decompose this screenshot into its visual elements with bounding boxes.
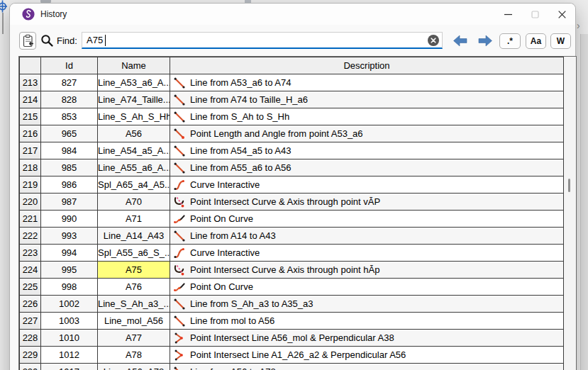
cell-name[interactable]: Line_A55_a6_A... bbox=[98, 159, 170, 176]
cell-name[interactable]: Line_A56_A78 bbox=[98, 364, 170, 370]
cell-id[interactable]: 995 bbox=[41, 262, 98, 279]
cell-name[interactable]: Line_A74_Taille... bbox=[98, 91, 170, 108]
cell-description[interactable]: Point Intersect Curve & Axis through poi… bbox=[170, 194, 564, 211]
clear-search-icon[interactable] bbox=[428, 35, 439, 46]
table-row[interactable]: 223 994 Spl_A55_a6_S_... Curve Interacti… bbox=[20, 245, 564, 262]
table-row[interactable]: 222 993 Line_A14_A43 Line from A14 to A4… bbox=[20, 228, 564, 245]
find-previous-button[interactable] bbox=[453, 35, 467, 47]
table-row[interactable]: 220 987 A70 Point Intersect Curve & Axis… bbox=[20, 194, 564, 211]
cell-name[interactable]: Line_S_Ah_a3_... bbox=[98, 296, 170, 313]
table-row[interactable]: 216 965 A56 Point Length and Angle from … bbox=[20, 125, 564, 142]
cell-description-text: Line from A54_a5 to A43 bbox=[190, 145, 291, 156]
cell-description[interactable]: Line from A74 to Taille_H_a6 bbox=[170, 91, 564, 108]
table-row[interactable]: 228 1010 A77 Point Intersect Line A56_mo… bbox=[20, 330, 564, 347]
table-row[interactable]: 221 990 A71 Point On Curve bbox=[20, 211, 564, 228]
cell-name[interactable]: Line_mol_A56 bbox=[98, 313, 170, 330]
table-row[interactable]: 214 828 Line_A74_Taille... Line from A74… bbox=[20, 91, 564, 108]
cell-description[interactable]: Point On Curve bbox=[170, 211, 564, 228]
cell-description-text: Point Intersect Curve & Axis through poi… bbox=[190, 264, 379, 275]
cell-description[interactable]: Point Intersect Line A56_mol & Perpendic… bbox=[170, 330, 564, 347]
intersect-line-perp-icon bbox=[173, 349, 186, 361]
cell-name[interactable]: A70 bbox=[98, 194, 170, 211]
table-row[interactable]: 215 853 Line_S_Ah_S_Hh Line from S_Ah to… bbox=[20, 108, 564, 125]
cell-description[interactable]: Line from S_Ah_a3 to A35_a3 bbox=[170, 296, 564, 313]
table-row[interactable]: 226 1002 Line_S_Ah_a3_... Line from S_Ah… bbox=[20, 296, 564, 313]
cell-id[interactable]: 993 bbox=[41, 228, 98, 245]
table-row[interactable]: 219 986 Spl_A65_a4_A5... Curve Interacti… bbox=[20, 176, 564, 194]
cell-id[interactable]: 1012 bbox=[41, 347, 98, 364]
cell-description[interactable]: Line from A53_a6 to A74 bbox=[170, 74, 564, 91]
cell-name[interactable]: A78 bbox=[98, 347, 170, 364]
history-table-frame: Id Name Description 213 827 Line_A53_a6_… bbox=[18, 56, 577, 370]
cell-description[interactable]: Line from A56 to A78 bbox=[170, 364, 564, 370]
table-row[interactable]: 213 827 Line_A53_a6_A... Line from A53_a… bbox=[20, 74, 564, 91]
cell-id[interactable]: 998 bbox=[41, 279, 98, 296]
line-icon bbox=[173, 315, 186, 327]
cell-description[interactable]: Line from A54_a5 to A43 bbox=[170, 142, 564, 159]
cell-id[interactable]: 1002 bbox=[41, 296, 98, 313]
cell-id[interactable]: 1017 bbox=[41, 364, 98, 370]
cell-id[interactable]: 994 bbox=[41, 245, 98, 262]
line-icon bbox=[173, 145, 186, 157]
cell-name[interactable]: A75 bbox=[98, 262, 170, 279]
curve-interactive-icon bbox=[173, 179, 186, 191]
row-number: 214 bbox=[20, 91, 41, 108]
close-icon bbox=[558, 11, 566, 18]
vertical-scrollbar[interactable] bbox=[563, 57, 576, 370]
cell-id[interactable]: 985 bbox=[41, 159, 98, 176]
cell-name[interactable]: Line_A53_a6_A... bbox=[98, 74, 170, 91]
cell-description[interactable]: Curve Interactive bbox=[170, 245, 564, 262]
cell-description[interactable]: Point On Curve bbox=[170, 279, 564, 296]
cell-id[interactable]: 990 bbox=[41, 211, 98, 228]
table-row[interactable]: 225 998 A76 Point On Curve bbox=[20, 279, 564, 296]
table-row[interactable]: 218 985 Line_A55_a6_A... Line from A55_a… bbox=[20, 159, 564, 176]
copy-to-clipboard-button[interactable] bbox=[19, 32, 36, 50]
cell-name[interactable]: A76 bbox=[98, 279, 170, 296]
table-row[interactable]: 224 995 A75 Point Intersect Curve & Axis… bbox=[20, 262, 564, 279]
cell-id[interactable]: 1003 bbox=[41, 313, 98, 330]
row-number: 215 bbox=[20, 108, 41, 125]
cell-name[interactable]: Line_A14_A43 bbox=[98, 228, 170, 245]
cell-id[interactable]: 965 bbox=[41, 125, 98, 142]
row-number: 222 bbox=[20, 228, 41, 245]
cell-name[interactable]: A56 bbox=[98, 125, 170, 142]
close-button[interactable] bbox=[548, 4, 575, 25]
cell-description-text: Point Intersect Line A1_A26_a2 & Perpend… bbox=[190, 349, 406, 360]
table-row[interactable]: 227 1003 Line_mol_A56 Line from mol to A… bbox=[20, 313, 564, 330]
minimize-button[interactable] bbox=[494, 4, 521, 25]
cell-name[interactable]: Line_A54_a5_A... bbox=[98, 142, 170, 159]
cell-id[interactable]: 984 bbox=[41, 142, 98, 159]
cell-name[interactable]: Spl_A65_a4_A5... bbox=[98, 176, 170, 194]
cell-description[interactable]: Line from A14 to A43 bbox=[170, 228, 564, 245]
cell-description[interactable]: Point Intersect Curve & Axis through poi… bbox=[170, 262, 564, 279]
cell-name[interactable]: Line_S_Ah_S_Hh bbox=[98, 108, 170, 125]
table-row[interactable]: 229 1012 A78 Point Intersect Line A1_A26… bbox=[20, 347, 564, 364]
cell-id[interactable]: 987 bbox=[41, 194, 98, 211]
cell-id[interactable]: 828 bbox=[41, 91, 98, 108]
row-number: 225 bbox=[20, 279, 41, 296]
regex-toggle-button[interactable]: .* bbox=[499, 33, 521, 49]
cell-description[interactable]: Point Intersect Line A1_A26_a2 & Perpend… bbox=[170, 347, 564, 364]
cell-id[interactable]: 986 bbox=[41, 176, 98, 194]
table-row[interactable]: 217 984 Line_A54_a5_A... Line from A54_a… bbox=[20, 142, 564, 159]
whole-word-toggle-button[interactable]: W bbox=[550, 33, 571, 49]
cell-name[interactable]: A71 bbox=[98, 211, 170, 228]
match-case-toggle-button[interactable]: Aa bbox=[526, 33, 546, 49]
cell-id[interactable]: 827 bbox=[41, 74, 98, 91]
cell-description[interactable]: Line from A55_a6 to A56 bbox=[170, 159, 564, 176]
cell-description[interactable]: Curve Interactive bbox=[170, 176, 564, 194]
row-number: 217 bbox=[20, 142, 41, 159]
cell-name[interactable]: A77 bbox=[98, 330, 170, 347]
find-input[interactable] bbox=[82, 32, 443, 49]
cell-description[interactable]: Line from mol to A56 bbox=[170, 313, 564, 330]
cell-description[interactable]: Line from S_Ah to S_Hh bbox=[170, 108, 564, 125]
cell-description-text: Point On Curve bbox=[190, 281, 253, 292]
row-number: 229 bbox=[20, 347, 41, 364]
cell-description[interactable]: Point Length and Angle from point A53_a6 bbox=[170, 125, 564, 142]
find-next-button[interactable] bbox=[478, 35, 493, 47]
table-row[interactable]: 230 1017 Line_A56_A78 Line from A56 to A… bbox=[20, 364, 564, 370]
scrollbar-thumb[interactable] bbox=[568, 179, 570, 192]
cell-id[interactable]: 1010 bbox=[41, 330, 98, 347]
cell-id[interactable]: 853 bbox=[41, 108, 98, 125]
cell-name[interactable]: Spl_A55_a6_S_... bbox=[98, 245, 170, 262]
